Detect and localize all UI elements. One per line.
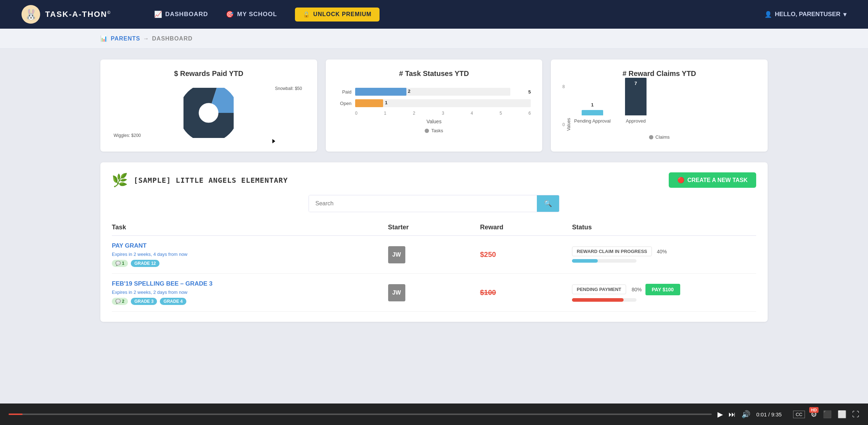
video-progress-track[interactable]: [9, 414, 712, 415]
dashboard-icon: 📈: [154, 10, 162, 18]
task-cell-1: PAY GRANT Expires in 2 weeks, 4 days fro…: [112, 242, 388, 267]
video-controls: ▶ ⏭ 🔊 0:01 / 9:35 CC ⚙ HD ⬛ ⬜ ⛶: [0, 403, 868, 425]
claims-legend: Claims: [562, 134, 756, 140]
breadcrumb-bar: 📊 PARENTS → DASHBOARD: [0, 29, 868, 49]
task-header: Task: [112, 224, 388, 231]
breadcrumb: 📊 PARENTS → DASHBOARD: [100, 35, 768, 42]
hd-badge: HD: [809, 407, 819, 413]
grade-tag-2b: GRADE 4: [160, 298, 186, 305]
col-chart-bars: 1 Pending Approval 7 Approved: [574, 84, 647, 131]
tasks-legend-label: Tasks: [431, 128, 443, 133]
video-right-controls: CC ⚙ HD ⬛ ⬜ ⛶: [793, 410, 859, 419]
progress-fill-2: [572, 298, 624, 302]
claims-legend-dot: [649, 135, 653, 139]
task-table: Task Starter Reward Status PAY GRANT Exp…: [112, 219, 756, 312]
paid-bar-row: Paid 2 5: [337, 88, 531, 96]
status-pct-2: 80%: [632, 287, 642, 292]
total-value: 5: [528, 89, 531, 95]
video-time: 0:01 / 9:35: [756, 411, 782, 417]
my-school-link[interactable]: 🎯 MY SCHOOL: [226, 10, 277, 18]
pie-chart: Snowball: $50 Wiggles: $200: [112, 84, 306, 142]
starter-avatar-2: JW: [388, 284, 405, 301]
status-row-1: REWARD CLAIM IN PROGRESS 40%: [572, 247, 756, 263]
tasks-legend-dot: [425, 129, 429, 133]
paid-bar-fill: [355, 88, 406, 96]
user-icon: 👤: [764, 11, 772, 18]
school-name: [SAMPLE] LITTLE ANGELS ELEMENTARY: [134, 176, 288, 185]
create-icon: 🔴: [677, 177, 685, 183]
skip-button[interactable]: ⏭: [729, 410, 736, 419]
settings-icon-wrap: ⚙ HD: [811, 410, 817, 419]
search-row: 🔍: [112, 195, 756, 212]
pending-col-group: 1 Pending Approval: [574, 110, 611, 124]
school-header: 🌿 [SAMPLE] LITTLE ANGELS ELEMENTARY 🔴 CR…: [112, 172, 756, 188]
status-pct-1: 40%: [657, 249, 667, 254]
cc-button[interactable]: CC: [793, 411, 805, 418]
table-header: Task Starter Reward Status: [112, 219, 756, 236]
starter-cell-1: JW: [388, 246, 480, 263]
claims-legend-label: Claims: [655, 134, 670, 140]
dashboard-link[interactable]: 📈 DASHBOARD: [154, 10, 208, 18]
status-row-2: PENDING PAYMENT 80% PAY $100: [572, 284, 756, 302]
lock-icon: 🔒: [303, 11, 310, 18]
rewards-paid-card: $ Rewards Paid YTD Snowball: $50 Wiggles…: [100, 59, 317, 152]
unlock-premium-button[interactable]: 🔒 UNLOCK PREMIUM: [295, 8, 379, 22]
logo[interactable]: 🐰 TASK-A-THON©: [22, 5, 111, 24]
grade-tag-2a: GRADE 3: [131, 298, 157, 305]
breadcrumb-icon: 📊: [100, 35, 108, 42]
open-bar-track: 1: [355, 99, 531, 107]
comment-tag-2: 💬 2: [112, 298, 128, 305]
reward-amount-2: $100: [480, 288, 496, 296]
user-menu[interactable]: 👤 HELLO, PARENTUSER ▾: [764, 11, 846, 18]
bar-x-label: Values: [337, 119, 531, 124]
chevron-down-icon: ▾: [843, 11, 846, 18]
task-expires-1: Expires in 2 weeks, 4 days from now: [112, 252, 388, 257]
approved-col-label: Approved: [626, 118, 646, 124]
col-y-labels: 8 0: [562, 84, 565, 131]
miniplayer-button[interactable]: ⬜: [838, 410, 846, 419]
expires-when-1: in 2 weeks, 4 days from now: [129, 252, 187, 257]
status-cell-1: REWARD CLAIM IN PROGRESS 40%: [572, 247, 756, 263]
task-expires-2: Expires in 2 weeks, 2 days from now: [112, 290, 388, 295]
starter-cell-2: JW: [388, 284, 480, 301]
task-tags-1: 💬 1 GRADE 12: [112, 260, 388, 267]
bar-legend: Tasks: [337, 128, 531, 133]
expires-when-2: in 2 weeks, 2 days from now: [129, 290, 187, 295]
expires-label-1: Expires: [112, 252, 127, 257]
search-icon: 🔍: [544, 200, 552, 207]
starter-avatar-1: JW: [388, 246, 405, 263]
search-button[interactable]: 🔍: [537, 195, 559, 212]
progress-track-2: [572, 298, 636, 302]
status-cell-2: PENDING PAYMENT 80% PAY $100: [572, 284, 756, 302]
bar-chart: Paid 2 5 Open 1 0123456: [337, 84, 531, 137]
bar-x-axis: 0123456: [337, 111, 531, 116]
pending-col-value: 1: [582, 102, 603, 108]
create-new-task-button[interactable]: 🔴 CREATE A NEW TASK: [669, 172, 756, 188]
theater-button[interactable]: ⬛: [823, 410, 832, 419]
wiggles-label: Wiggles: $200: [114, 133, 141, 138]
open-value: 1: [385, 100, 387, 105]
search-input[interactable]: [309, 195, 537, 212]
paid-label: Paid: [337, 89, 352, 95]
snowball-label: Snowball: $50: [275, 86, 302, 91]
pay-button-2[interactable]: PAY $100: [645, 284, 680, 295]
task-statuses-card: # Task Statuses YTD Paid 2 5 Open 1: [326, 59, 543, 152]
table-row: FEB'19 SPELLING BEE – GRADE 3 Expires in…: [112, 274, 756, 312]
fullscreen-button[interactable]: ⛶: [852, 410, 859, 419]
play-button[interactable]: ▶: [717, 410, 723, 419]
volume-button[interactable]: 🔊: [741, 410, 750, 419]
status-label-row-1: REWARD CLAIM IN PROGRESS 40%: [572, 247, 756, 256]
my-school-icon: 🎯: [226, 10, 234, 18]
search-box: 🔍: [309, 195, 559, 212]
status-badge-2: PENDING PAYMENT: [572, 285, 626, 294]
task-name-2[interactable]: FEB'19 SPELLING BEE – GRADE 3: [112, 280, 388, 287]
breadcrumb-parents[interactable]: PARENTS: [111, 35, 140, 42]
task-tags-2: 💬 2 GRADE 3 GRADE 4: [112, 298, 388, 305]
grade-tag-1: GRADE 12: [131, 260, 159, 267]
col-chart-container: 8 0 Values 1 Pending Approval: [562, 84, 756, 131]
video-progress-fill: [9, 414, 23, 415]
task-statuses-title: # Task Statuses YTD: [337, 70, 531, 78]
task-name-1[interactable]: PAY GRANT: [112, 242, 388, 249]
open-label: Open: [337, 101, 352, 106]
comment-tag-1: 💬 1: [112, 260, 128, 267]
